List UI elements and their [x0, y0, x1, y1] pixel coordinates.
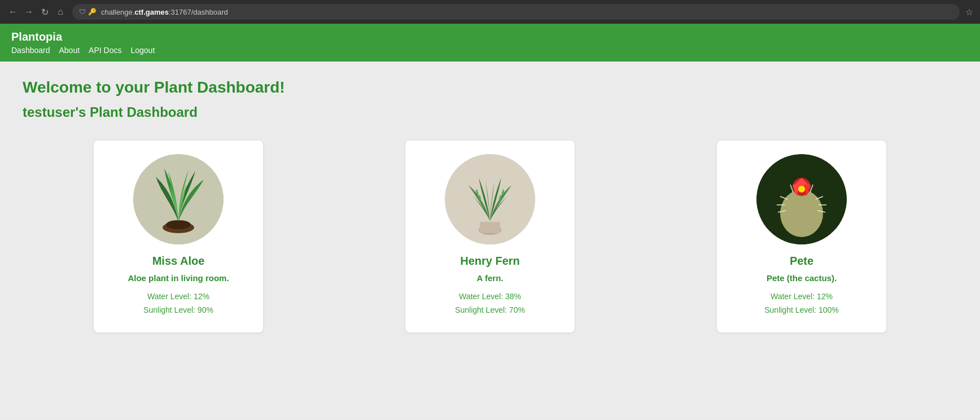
url-text: challenge.ctf.games:31767/dashboard [101, 8, 953, 16]
plant-water-henry-fern: Water Level: 38% [459, 292, 521, 301]
main-content: Welcome to your Plant Dashboard! testuse… [0, 62, 980, 419]
reload-button[interactable]: ↻ [38, 6, 51, 18]
user-dashboard-title: testuser's Plant Dashboard [23, 104, 957, 120]
forward-button[interactable]: → [23, 6, 35, 18]
svg-point-19 [798, 186, 805, 193]
svg-point-8 [780, 190, 823, 237]
plant-sunlight-henry-fern: Sunlight Level: 70% [455, 305, 525, 314]
plant-water-pete: Water Level: 12% [771, 292, 833, 301]
plant-desc-henry-fern: A fern. [477, 273, 504, 283]
plant-image-pete [756, 154, 847, 244]
home-button[interactable]: ⌂ [54, 6, 67, 18]
app-nav-links: Dashboard About API Docs Logout [11, 46, 969, 55]
nav-dashboard[interactable]: Dashboard [11, 46, 50, 55]
bookmark-button[interactable]: ☆ [965, 7, 973, 18]
plant-card-henry-fern: Henry Fern A fern. Water Level: 38% Sunl… [405, 141, 575, 333]
welcome-title: Welcome to your Plant Dashboard! [23, 78, 957, 97]
plant-image-henry-fern [445, 154, 535, 244]
plant-name-henry-fern: Henry Fern [460, 255, 520, 268]
nav-logout[interactable]: Logout [130, 46, 155, 55]
svg-rect-5 [480, 222, 500, 233]
security-icons: 🛡 🔑 [79, 8, 97, 16]
plant-desc-miss-aloe: Aloe plant in living room. [128, 273, 229, 283]
plant-image-miss-aloe [133, 154, 224, 244]
plant-sunlight-miss-aloe: Sunlight Level: 90% [143, 305, 213, 314]
plant-sunlight-pete: Sunlight Level: 100% [764, 305, 839, 314]
plant-water-miss-aloe: Water Level: 12% [147, 292, 209, 301]
svg-point-2 [166, 220, 191, 229]
plant-card-pete: Pete Pete (the cactus). Water Level: 12%… [717, 141, 886, 333]
plant-card-miss-aloe: Miss Aloe Aloe plant in living room. Wat… [94, 141, 263, 333]
browser-chrome: ← → ↻ ⌂ 🛡 🔑 challenge.ctf.games:31767/da… [0, 0, 980, 24]
app-brand: Plantopia [11, 30, 969, 43]
plants-grid: Miss Aloe Aloe plant in living room. Wat… [23, 141, 957, 333]
nav-api-docs[interactable]: API Docs [89, 46, 121, 55]
browser-nav-buttons: ← → ↻ ⌂ [7, 6, 67, 18]
plant-name-pete: Pete [790, 255, 813, 268]
lock-icon: 🔑 [88, 8, 97, 16]
nav-about[interactable]: About [59, 46, 80, 55]
shield-icon: 🛡 [79, 8, 86, 16]
address-bar[interactable]: 🛡 🔑 challenge.ctf.games:31767/dashboard [72, 4, 960, 20]
plant-desc-pete: Pete (the cactus). [767, 273, 837, 283]
back-button[interactable]: ← [7, 6, 19, 18]
app-navbar: Plantopia Dashboard About API Docs Logou… [0, 24, 980, 62]
plant-name-miss-aloe: Miss Aloe [152, 255, 205, 268]
